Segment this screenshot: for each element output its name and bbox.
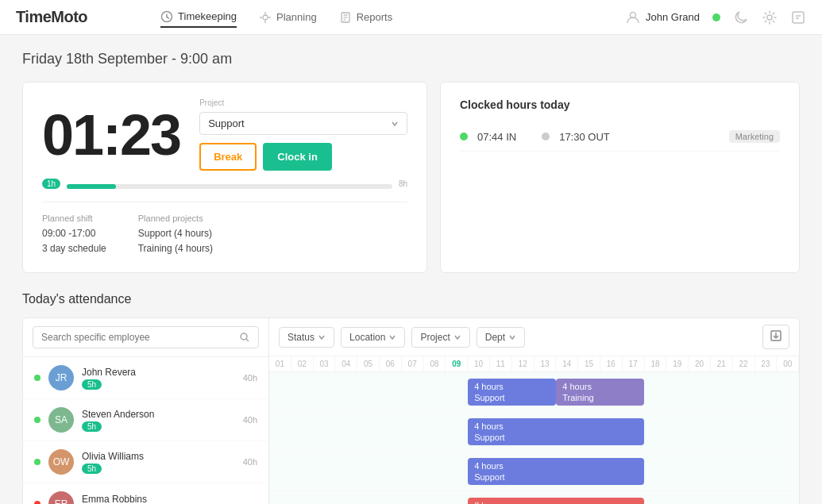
gantt-row-inner: 8 hoursSickness 🔔 <box>269 491 799 504</box>
hour-cell: 02 <box>291 356 314 371</box>
filter-location[interactable]: Location <box>341 327 405 348</box>
search-box[interactable] <box>33 326 259 348</box>
planning-icon <box>259 11 272 24</box>
emp-status-dot <box>34 417 41 423</box>
clock-controls: Project Support Break Clock in <box>199 98 407 171</box>
hour-cell: 07 <box>402 356 424 371</box>
hour-cell: 23 <box>755 356 778 371</box>
emp-name: Olivia Williams <box>82 451 235 462</box>
progress-label-start: 1h <box>42 179 60 189</box>
chevron-status-icon <box>318 333 326 341</box>
hour-cell: 16 <box>600 356 623 371</box>
gantt-bar: 4 hoursSupport <box>468 458 644 485</box>
online-status-dot <box>712 13 720 21</box>
emp-info: John Revera 5h <box>82 367 235 390</box>
clocked-title: Clocked hours today <box>460 98 780 111</box>
emp-name: Emma Robbins <box>82 494 257 504</box>
logo: TimeMoto <box>16 8 87 26</box>
hour-cell: 12 <box>512 356 534 371</box>
hour-cell: 09 <box>446 356 468 371</box>
employee-row[interactable]: SA Steven Anderson 5h 40h <box>23 399 268 441</box>
project-label: Project <box>199 98 407 107</box>
filter-project[interactable]: Project <box>411 327 469 348</box>
clockin-button[interactable]: Clock in <box>263 143 332 171</box>
employee-list-panel: JR John Revera 5h 40h SA Steven Anderson… <box>23 318 269 504</box>
progress-bar <box>67 184 392 189</box>
svg-line-2 <box>167 17 169 18</box>
gantt-bar: 4 hoursTraining <box>556 379 644 406</box>
emp-hours: 40h <box>243 373 257 383</box>
page-content: Friday 18th September - 9:00 am 01:23 Pr… <box>0 35 822 504</box>
planned-project-1: Support (4 hours) <box>138 226 213 241</box>
reports-icon <box>339 11 352 24</box>
bar-label: 4 hoursSupport <box>474 460 505 483</box>
emp-status-dot <box>34 501 41 504</box>
emp-name: John Revera <box>82 367 235 378</box>
planned-shift-schedule: 3 day schedule <box>42 241 106 256</box>
emp-info: Olivia Williams 5h <box>82 451 235 474</box>
hour-cell: 15 <box>578 356 600 371</box>
gear-icon[interactable] <box>762 10 778 25</box>
attendance-container: JR John Revera 5h 40h SA Steven Anderson… <box>22 317 800 504</box>
hour-cell: 01 <box>269 356 291 371</box>
emp-hours: 40h <box>243 415 257 425</box>
gantt-panel: Status Location Project Dept <box>269 318 799 504</box>
progress-fill <box>67 184 115 189</box>
emp-hours: 40h <box>243 457 257 467</box>
filter-dept[interactable]: Dept <box>477 327 525 348</box>
username: John Grand <box>646 11 700 23</box>
clock-row: 01:23 Project Support Break Clock in <box>42 98 407 171</box>
navbar: TimeMoto Timekeeping Planning Reports Jo… <box>0 0 822 35</box>
nav-items: Timekeeping Planning Reports <box>160 7 600 28</box>
search-input[interactable] <box>41 332 234 343</box>
svg-line-18 <box>246 340 249 342</box>
gantt-row: 8 hoursSickness 🔔 <box>269 491 799 504</box>
project-select[interactable]: Support <box>199 112 407 135</box>
bar-label: 8 hoursSickness <box>474 500 509 504</box>
svg-point-3 <box>263 15 268 20</box>
emp-info: Emma Robbins Called in sick <box>82 494 257 504</box>
shift-col-projects: Planned projects Support (4 hours) Train… <box>138 214 213 256</box>
top-row: 01:23 Project Support Break Clock in 1h <box>22 82 800 273</box>
emp-status-dot <box>34 375 41 381</box>
hour-cell: 21 <box>711 356 733 371</box>
progress-container: 1h 8h <box>42 179 407 189</box>
nav-timekeeping-label: Timekeeping <box>178 10 237 22</box>
emp-avatar: OW <box>48 449 74 475</box>
filter-status[interactable]: Status <box>279 327 334 348</box>
moon-icon[interactable] <box>733 10 749 25</box>
nav-planning-label: Planning <box>276 11 317 23</box>
nav-reports[interactable]: Reports <box>339 7 393 28</box>
shift-col-planned: Planned shift 09:00 -17:00 3 day schedul… <box>42 214 106 256</box>
gantt-row-inner: 4 hoursSupport4 hoursTraining <box>269 372 799 411</box>
clock-out-time: 17:30 OUT <box>559 131 610 143</box>
emp-avatar: SA <box>48 407 74 433</box>
employee-row[interactable]: OW Olivia Williams 5h 40h <box>23 441 268 483</box>
nav-planning[interactable]: Planning <box>259 7 317 28</box>
chevron-location-icon <box>388 333 396 341</box>
gantt-row: 4 hoursSupport <box>269 452 799 491</box>
export-button[interactable] <box>762 325 789 349</box>
hour-cell: 08 <box>424 356 446 371</box>
gantt-row: 4 hoursSupport4 hoursTraining <box>269 372 799 412</box>
svg-rect-14 <box>793 12 804 23</box>
emp-badge: 5h <box>82 379 102 390</box>
hour-cell: 17 <box>623 356 645 371</box>
employee-row[interactable]: ER Emma Robbins Called in sick <box>23 483 268 504</box>
attendance-title: Today's attendance <box>22 292 800 306</box>
hour-cell: 20 <box>689 356 711 371</box>
emp-avatar: ER <box>48 491 74 504</box>
clocked-entry-1: 07:44 IN 17:30 OUT Marketing <box>460 122 780 152</box>
break-button[interactable]: Break <box>199 143 257 171</box>
export-icon <box>770 329 782 342</box>
hour-cell: 13 <box>534 356 557 371</box>
person-icon[interactable] <box>790 10 806 25</box>
emp-info: Steven Anderson 5h <box>82 409 235 432</box>
timeline-hours: 0102030405060708091011121314151617181920… <box>269 356 799 371</box>
user-info: John Grand <box>625 10 700 25</box>
nav-timekeeping[interactable]: Timekeeping <box>160 7 237 28</box>
chevron-down-icon <box>391 120 399 128</box>
employee-row[interactable]: JR John Revera 5h 40h <box>23 357 268 399</box>
clock-card: 01:23 Project Support Break Clock in 1h <box>22 82 427 273</box>
svg-point-13 <box>767 15 772 20</box>
